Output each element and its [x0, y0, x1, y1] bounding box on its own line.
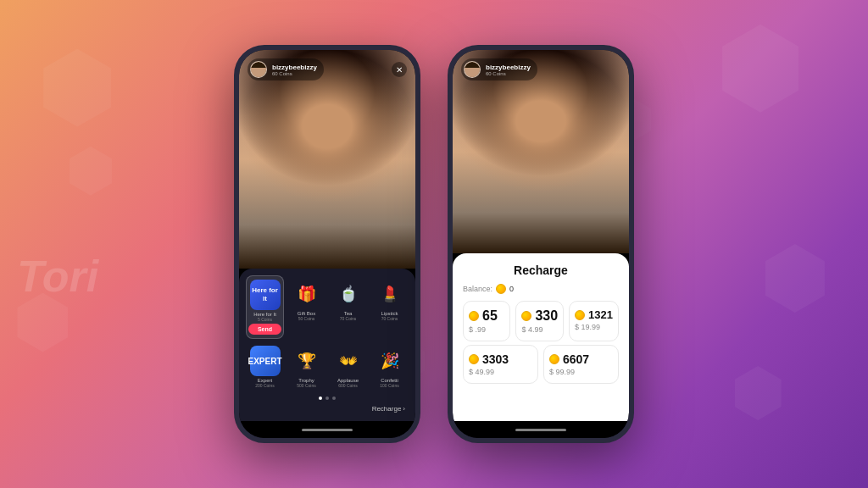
- hex-background: [0, 0, 868, 488]
- recharge-link-label: Recharge: [372, 405, 402, 413]
- recharge-amount-row-2: 1321: [575, 308, 613, 321]
- recharge-price-4: $ 99.99: [549, 368, 575, 376]
- coin-icon-4: [549, 354, 559, 364]
- home-bar-2: [515, 429, 566, 431]
- recharge-coins-1: 330: [535, 308, 558, 324]
- gift-item-applause[interactable]: 👐 Applause 600 Coins: [329, 342, 367, 391]
- recharge-coins-0: 65: [482, 308, 498, 324]
- recharge-coins-3: 3303: [482, 352, 509, 366]
- recharge-amount-row-3: 3303: [469, 352, 509, 366]
- recharge-item-65[interactable]: 65 $ .99: [463, 301, 510, 341]
- gift-coins-2: 70 Coins: [340, 316, 357, 321]
- page-dots: [246, 396, 409, 400]
- recharge-grid-top: 65 $ .99 330 $ 4.99 1321 $: [463, 301, 619, 341]
- gift-panel: Here for It Here for It 5 Coins Send 🎁 G…: [239, 269, 415, 421]
- recharge-grid-bottom: 3303 $ 49.99 6607 $ 99.99: [463, 345, 619, 384]
- gift-icon-confetti: 🎉: [375, 346, 405, 376]
- home-indicator-1: [239, 421, 415, 438]
- dot-3: [332, 396, 336, 400]
- dot-2: [326, 396, 329, 400]
- recharge-coins-4: 6607: [563, 352, 589, 366]
- send-button[interactable]: Send: [248, 324, 281, 335]
- gift-icon-applause: 👐: [333, 346, 364, 376]
- gift-item-expert[interactable]: EXPERT Expert 200 Coins: [246, 342, 284, 391]
- gift-coins-1: 50 Coins: [298, 316, 315, 321]
- gift-icon-gift-box: 🎁: [292, 279, 322, 309]
- user-info-1: bizzybeebizzy 60 Coins: [248, 58, 324, 80]
- gift-icon-here-for-it: Here for It: [250, 280, 281, 310]
- coin-icon-1: [521, 311, 531, 321]
- phone-1: bizzybeebizzy 60 Coins ✕ Here for It Her…: [234, 45, 420, 443]
- gift-coins-6: 600 Coins: [338, 383, 358, 388]
- balance-label: Balance:: [463, 285, 492, 293]
- coin-icon-2: [575, 310, 585, 320]
- recharge-amount-row-4: 6607: [549, 352, 589, 366]
- dot-1: [319, 396, 322, 400]
- username-1: bizzybeebizzy: [272, 64, 317, 71]
- recharge-amount-row-1: 330: [521, 308, 558, 324]
- balance-value: 0: [509, 285, 514, 293]
- recharge-item-330[interactable]: 330 $ 4.99: [515, 301, 564, 341]
- gift-item-confetti[interactable]: 🎉 Confetti 100 Coins: [370, 342, 409, 391]
- recharge-price-2: $ 19.99: [575, 323, 600, 331]
- recharge-coins-2: 1321: [588, 308, 613, 321]
- recharge-amount-row-0: 65: [469, 308, 498, 324]
- home-indicator-2: [453, 421, 629, 438]
- recharge-title: Recharge: [463, 263, 619, 277]
- coin-icon-3: [469, 354, 479, 364]
- video-area-2: bizzybeebizzy 60 Coins: [453, 50, 629, 253]
- gift-item-here-for-it[interactable]: Here for It Here for It 5 Coins Send: [246, 275, 284, 339]
- recharge-price-1: $ 4.99: [521, 325, 542, 334]
- gift-coins-0: 5 Coins: [258, 317, 272, 322]
- gift-item-lipstick[interactable]: 💄 Lipstick 70 Coins: [370, 275, 409, 339]
- gift-icon-trophy: 🏆: [292, 346, 322, 376]
- user-coins-1: 60 Coins: [272, 71, 317, 76]
- coin-icon-balance: [496, 284, 506, 294]
- tori-watermark: Tori: [17, 251, 98, 302]
- video-area-1: bizzybeebizzy 60 Coins ✕: [239, 50, 415, 269]
- balance-row: Balance: 0: [463, 284, 619, 294]
- user-coins-2: 60 Coins: [486, 71, 531, 76]
- recharge-link[interactable]: Recharge ›: [246, 403, 409, 414]
- gift-icon-tea: 🍵: [333, 279, 364, 309]
- avatar-1: [250, 61, 267, 78]
- gift-icon-expert: EXPERT: [250, 346, 281, 376]
- video-top-bar-2: bizzybeebizzy 60 Coins: [461, 58, 620, 80]
- close-button-1[interactable]: ✕: [392, 62, 407, 77]
- recharge-price-0: $ .99: [469, 325, 486, 334]
- username-2: bizzybeebizzy: [486, 64, 531, 71]
- phone-2: bizzybeebizzy 60 Coins Recharge Balance:…: [448, 45, 634, 443]
- gift-item-gift-box[interactable]: 🎁 Gift Box 50 Coins: [287, 275, 326, 339]
- recharge-panel: Recharge Balance: 0 65 $ .99: [453, 253, 629, 421]
- gift-grid: Here for It Here for It 5 Coins Send 🎁 G…: [246, 275, 409, 391]
- avatar-2: [464, 61, 481, 78]
- video-top-bar-1: bizzybeebizzy 60 Coins ✕: [248, 58, 407, 80]
- recharge-chevron-icon: ›: [403, 405, 405, 413]
- gift-coins-3: 70 Coins: [381, 316, 398, 321]
- gift-coins-4: 200 Coins: [255, 383, 275, 388]
- gift-icon-lipstick: 💄: [375, 279, 405, 309]
- user-info-2: bizzybeebizzy 60 Coins: [461, 58, 537, 80]
- recharge-item-1321[interactable]: 1321 $ 19.99: [569, 301, 619, 341]
- recharge-item-3303[interactable]: 3303 $ 49.99: [463, 345, 538, 384]
- gift-item-trophy[interactable]: 🏆 Trophy 500 Coins: [287, 342, 326, 391]
- gift-coins-5: 500 Coins: [297, 383, 316, 388]
- recharge-item-6607[interactable]: 6607 $ 99.99: [543, 345, 619, 384]
- recharge-price-3: $ 49.99: [469, 368, 494, 376]
- gift-item-tea[interactable]: 🍵 Tea 70 Coins: [329, 275, 367, 339]
- home-bar-1: [302, 429, 353, 431]
- gift-coins-7: 100 Coins: [380, 383, 399, 388]
- coin-icon-0: [469, 311, 479, 321]
